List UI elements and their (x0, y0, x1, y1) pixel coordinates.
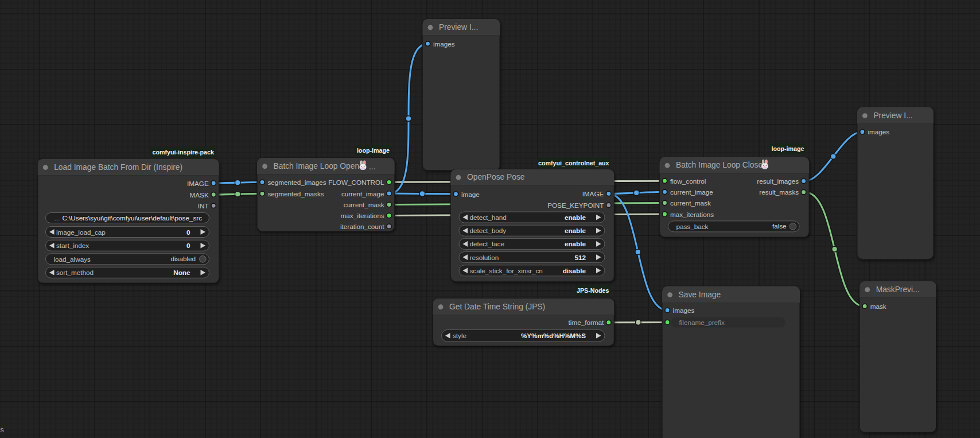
svg-text:FLOW_CONTROL: FLOW_CONTROL (328, 179, 384, 186)
svg-text:...: ... (55, 214, 60, 222)
svg-text:current_image: current_image (341, 190, 384, 197)
svg-text:MASK: MASK (190, 191, 209, 199)
svg-text:comfyui-inspire-pack: comfyui-inspire-pack (152, 149, 214, 156)
svg-text:detect_face: detect_face (470, 240, 504, 247)
svg-text:load_always: load_always (54, 255, 91, 263)
svg-text:disabled: disabled (170, 255, 196, 262)
svg-text:MaskPrevi...: MaskPrevi... (876, 285, 920, 294)
svg-text:Preview I...: Preview I... (873, 111, 912, 120)
svg-text:pass_back: pass_back (676, 223, 709, 230)
svg-text:INT: INT (198, 202, 209, 210)
svg-text:JPS-Nodes: JPS-Nodes (577, 287, 609, 294)
svg-text:images: images (433, 40, 455, 48)
svg-text:segmented_images: segmented_images (268, 179, 326, 186)
svg-text:0: 0 (186, 242, 190, 249)
svg-text:IMAGE: IMAGE (582, 190, 604, 197)
svg-text:...: ... (369, 162, 376, 171)
svg-text:0: 0 (186, 228, 190, 236)
svg-text:Save Image: Save Image (679, 290, 721, 299)
svg-text:disable: disable (563, 267, 586, 274)
svg-text:mask: mask (870, 303, 886, 310)
svg-text:images: images (673, 307, 695, 314)
svg-text:enable: enable (565, 214, 586, 221)
svg-text:None: None (173, 269, 190, 276)
svg-text:resolution: resolution (470, 254, 499, 261)
svg-text:loop-image: loop-image (771, 145, 804, 152)
svg-text:Batch Image Loop Close: Batch Image Loop Close (676, 161, 763, 169)
svg-text:image: image (461, 191, 480, 198)
svg-text:images: images (868, 128, 889, 135)
svg-text:OpenPose Pose: OpenPose Pose (467, 173, 525, 181)
svg-text:detect_hand: detect_hand (470, 214, 507, 221)
svg-text:loop-image: loop-image (357, 147, 390, 154)
svg-text:false: false (772, 222, 787, 230)
svg-text:C:\Users\syui\git\comfyui\user: C:\Users\syui\git\comfyui\user\default\p… (62, 214, 202, 222)
svg-text:time_format: time_format (569, 319, 604, 326)
svg-text:result_masks: result_masks (759, 188, 799, 196)
svg-text:result_images: result_images (757, 177, 799, 185)
svg-text:scale_stick_for_xinsr_cn: scale_stick_for_xinsr_cn (470, 267, 543, 274)
svg-text:Preview I...: Preview I... (439, 23, 478, 32)
svg-text:ls: ls (0, 426, 4, 434)
svg-text:current_mask: current_mask (344, 201, 384, 208)
svg-text:Get Date Time String (JPS): Get Date Time String (JPS) (449, 303, 545, 311)
svg-text:style: style (453, 332, 466, 339)
svg-text:POSE_KEYPOINT: POSE_KEYPOINT (547, 201, 604, 209)
svg-text:flow_control: flow_control (670, 177, 706, 185)
svg-text:sort_method: sort_method (56, 269, 94, 276)
svg-text:current_image: current_image (670, 188, 713, 196)
svg-text:start_index: start_index (56, 242, 89, 249)
svg-text:detect_body: detect_body (470, 227, 507, 234)
svg-text:filename_prefix: filename_prefix (679, 319, 725, 326)
svg-text:image_load_cap: image_load_cap (56, 228, 106, 236)
svg-text:512: 512 (574, 254, 586, 261)
svg-text:segmented_masks: segmented_masks (268, 190, 324, 197)
svg-text:%Y%m%d%H%M%S: %Y%m%d%H%M%S (521, 332, 586, 339)
svg-text:Load Image Batch From Dir (Ins: Load Image Batch From Dir (Inspire) (54, 163, 182, 172)
svg-text:iteration_count: iteration_count (340, 223, 384, 230)
svg-text:enable: enable (565, 227, 586, 234)
svg-text:current_mask: current_mask (670, 199, 711, 207)
svg-text:IMAGE: IMAGE (187, 180, 209, 187)
svg-text:enable: enable (565, 240, 586, 247)
svg-text:Batch Image Loop Open: Batch Image Loop Open (274, 162, 360, 170)
svg-text:comfyui_controlnet_aux: comfyui_controlnet_aux (538, 160, 609, 166)
svg-text:max_iterations: max_iterations (670, 211, 714, 218)
svg-text:max_iterations: max_iterations (341, 212, 384, 219)
